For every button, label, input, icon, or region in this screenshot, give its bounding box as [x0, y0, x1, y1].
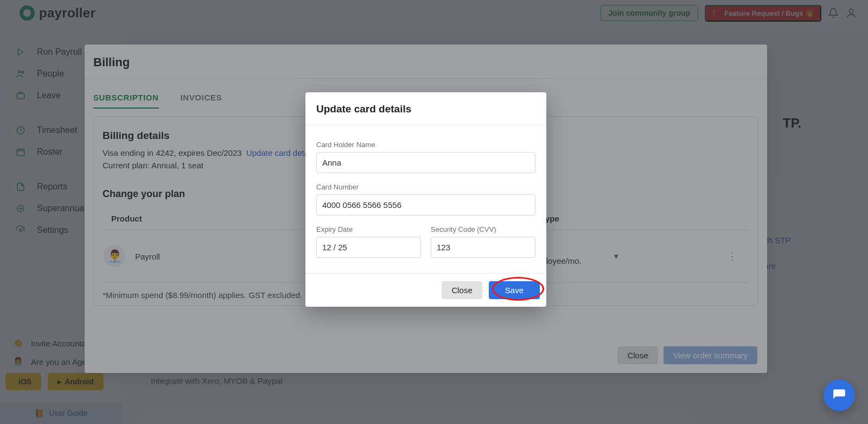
card-save-button[interactable]: Save: [489, 281, 540, 299]
expiry-input[interactable]: [316, 237, 421, 258]
holder-label: Card Holder Name: [316, 141, 535, 149]
update-card-title: Update card details: [305, 92, 546, 125]
cvv-input[interactable]: [431, 237, 535, 258]
number-label: Card Number: [316, 183, 535, 191]
expiry-label: Expiry Date: [316, 225, 421, 233]
update-card-modal: Update card details Card Holder Name Car…: [305, 92, 546, 307]
cvv-label: Security Code (CVV): [431, 225, 535, 233]
card-number-input[interactable]: [316, 194, 535, 216]
card-holder-input[interactable]: [316, 152, 535, 173]
card-close-button[interactable]: Close: [442, 281, 482, 299]
chat-launcher-button[interactable]: [824, 379, 855, 411]
